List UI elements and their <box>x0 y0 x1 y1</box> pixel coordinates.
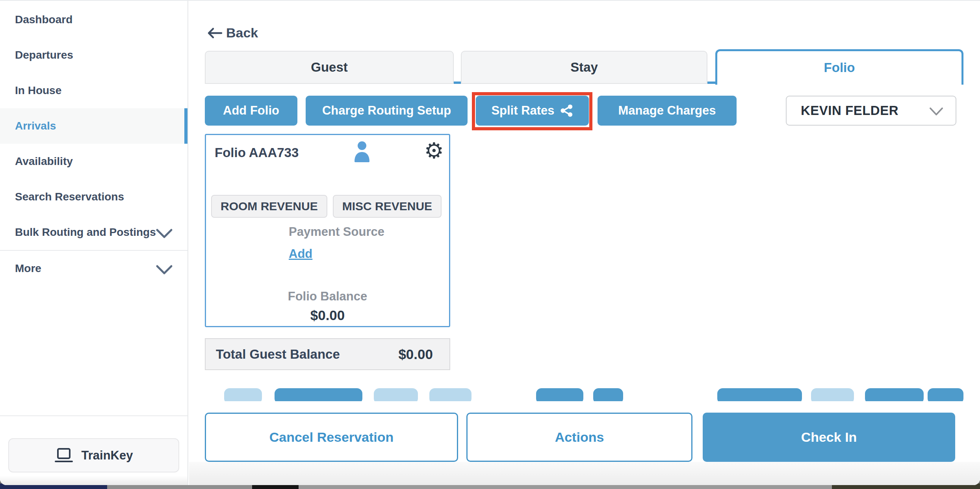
tab-stay[interactable]: Stay <box>461 51 707 84</box>
sidebar-item-label: Bulk Routing and Postings <box>15 226 156 238</box>
bottom-band <box>189 462 980 485</box>
total-guest-balance-bar: Total Guest Balance $0.00 <box>205 338 450 370</box>
back-label: Back <box>226 25 258 41</box>
share-icon <box>560 104 574 117</box>
back-button[interactable]: Back <box>206 25 258 41</box>
sidebar-item-label: More <box>15 262 41 274</box>
sidebar-divider <box>0 415 187 416</box>
sidebar-item-availability[interactable]: Availability <box>0 144 187 179</box>
partial-chip[interactable] <box>275 388 362 401</box>
add-folio-button[interactable]: Add Folio <box>205 96 297 126</box>
partial-chip[interactable] <box>429 388 471 401</box>
charge-routing-setup-button[interactable]: Charge Routing Setup <box>306 96 468 126</box>
app-window: Dashboard Departures In House Arrivals A… <box>0 0 980 485</box>
partial-chip[interactable] <box>224 388 262 401</box>
partial-chip[interactable] <box>928 388 963 401</box>
tab-folio[interactable]: Folio <box>715 49 963 85</box>
room-revenue-chip[interactable]: ROOM REVENUE <box>211 195 327 218</box>
gear-icon[interactable]: ⚙ <box>424 140 444 162</box>
person-icon <box>353 141 371 162</box>
payment-source-label: Payment Source <box>289 225 384 239</box>
partial-chip[interactable] <box>536 388 583 401</box>
partial-chip[interactable] <box>865 388 924 401</box>
total-guest-balance-label: Total Guest Balance <box>206 347 398 362</box>
folio-title: Folio AAA733 <box>215 145 299 160</box>
misc-revenue-chip[interactable]: MISC REVENUE <box>333 195 442 218</box>
partial-chip[interactable] <box>374 388 418 401</box>
sidebar-item-more[interactable]: More <box>0 250 187 285</box>
sidebar-nav: Dashboard Departures In House Arrivals A… <box>0 2 187 285</box>
payment-source-block: Payment Source Add <box>289 225 384 261</box>
folio-card: Folio AAA733 ⚙ ROOM REVENUE MISC REVENUE… <box>205 134 450 327</box>
split-rates-label: Split Rates <box>491 104 554 118</box>
chevron-down-icon <box>155 264 173 276</box>
sidebar-item-departures[interactable]: Departures <box>0 37 187 73</box>
trainkey-label: TrainKey <box>82 448 133 463</box>
main-content: Back Guest Stay Folio Add Folio Charge R… <box>189 1 980 485</box>
folio-balance-label: Folio Balance <box>206 289 449 304</box>
split-rates-button[interactable]: Split Rates <box>476 96 589 126</box>
sidebar-item-in-house[interactable]: In House <box>0 73 187 108</box>
check-in-button[interactable]: Check In <box>703 413 955 462</box>
laptop-icon <box>55 447 73 464</box>
sidebar: Dashboard Departures In House Arrivals A… <box>0 1 188 485</box>
active-indicator-bar <box>184 108 187 144</box>
chevron-down-icon <box>155 228 173 239</box>
sidebar-fade <box>0 476 187 485</box>
manage-charges-button[interactable]: Manage Charges <box>598 96 737 126</box>
sidebar-item-search-reservations[interactable]: Search Reservations <box>0 179 187 215</box>
cancel-reservation-button[interactable]: Cancel Reservation <box>205 413 458 462</box>
trainkey-button[interactable]: TrainKey <box>8 438 179 472</box>
add-payment-link[interactable]: Add <box>289 247 312 261</box>
sidebar-item-bulk-routing[interactable]: Bulk Routing and Postings <box>0 215 187 250</box>
guest-select-value: KEVIN FELDER <box>787 103 898 118</box>
arrow-left-icon <box>206 27 223 39</box>
partial-chip[interactable] <box>811 388 854 401</box>
total-guest-balance-value: $0.00 <box>398 346 449 362</box>
partial-chips-row <box>189 388 980 401</box>
sidebar-item-label: Arrivals <box>15 120 56 132</box>
partial-chip[interactable] <box>717 388 802 401</box>
tab-guest[interactable]: Guest <box>205 51 454 84</box>
guest-select[interactable]: KEVIN FELDER <box>786 96 956 126</box>
sidebar-item-dashboard[interactable]: Dashboard <box>0 2 187 37</box>
partial-chip[interactable] <box>593 388 623 401</box>
folio-chip-row: ROOM REVENUE MISC REVENUE <box>211 195 442 218</box>
actions-button[interactable]: Actions <box>466 413 692 462</box>
chevron-down-icon <box>929 107 944 117</box>
sidebar-item-arrivals[interactable]: Arrivals <box>0 108 187 144</box>
folio-balance-value: $0.00 <box>206 307 449 323</box>
